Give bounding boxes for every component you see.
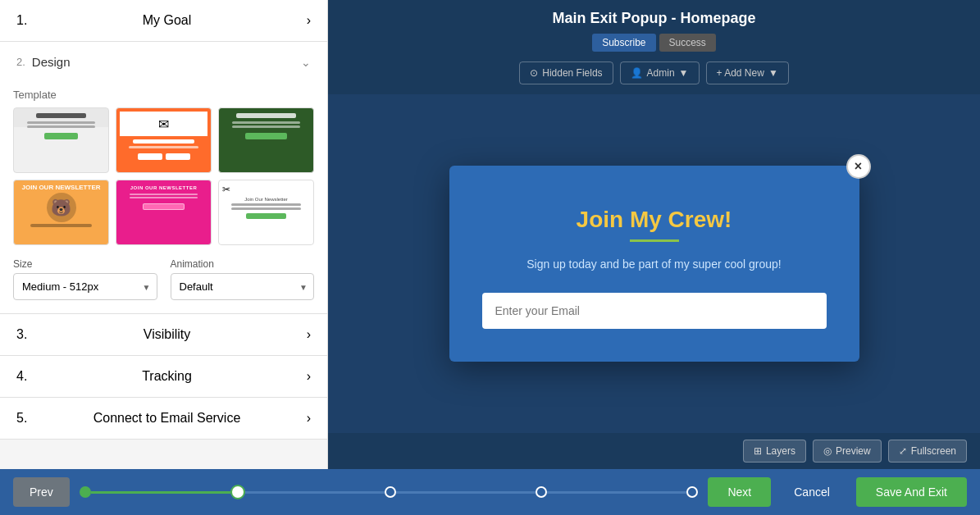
- step-3-label: Visibility: [144, 327, 191, 342]
- size-label: Size: [13, 258, 157, 270]
- add-new-label: + Add New: [717, 67, 764, 79]
- popup-preview: × Join My Crew! Sign up today and be par…: [449, 166, 859, 362]
- step-2-num: 2.: [16, 56, 25, 68]
- template-grid: ✉: [13, 107, 314, 245]
- preview-icon: ◎: [823, 445, 832, 457]
- progress-dot-1: [80, 486, 91, 498]
- add-new-dropdown-icon: ▼: [768, 67, 778, 79]
- step-2-arrow-icon: ⌄: [301, 56, 311, 69]
- prev-button[interactable]: Prev: [13, 477, 70, 507]
- template-card-1[interactable]: [13, 107, 109, 173]
- bottom-toolbar: ⊞ Layers ◎ Preview ⤢ Fullscreen: [328, 433, 980, 469]
- step-4-num: 4.: [16, 369, 27, 384]
- cancel-button[interactable]: Cancel: [781, 477, 843, 507]
- size-animation-row: Size Medium - 512px Small - 400px Large …: [13, 258, 314, 300]
- fullscreen-icon: ⤢: [899, 445, 907, 457]
- save-exit-button[interactable]: Save And Exit: [856, 477, 967, 507]
- template-5-title-text: JOIN OUR NEWSLETTER: [121, 185, 206, 190]
- email-input[interactable]: [482, 293, 827, 329]
- step-1-label: My Goal: [143, 13, 192, 28]
- sidebar-design-header[interactable]: 2. Design ⌄: [0, 42, 327, 82]
- step-1-num: 1.: [16, 13, 27, 28]
- progress-dot-4: [536, 486, 547, 498]
- progress-line-3: [396, 491, 536, 494]
- progress-line-1: [91, 491, 230, 494]
- footer-right: Cancel Save And Exit: [781, 477, 967, 507]
- progress-dot-5: [686, 486, 698, 498]
- progress-line-2: [245, 491, 385, 494]
- scissors-icon: ✂: [222, 184, 310, 195]
- preview-area: × Join My Crew! Sign up today and be par…: [328, 94, 980, 433]
- sidebar-item-tracking[interactable]: 4. Tracking ›: [0, 356, 327, 398]
- step-4-arrow-icon: ›: [307, 369, 311, 384]
- admin-button[interactable]: 👤 Admin ▼: [620, 62, 700, 84]
- layers-button[interactable]: ⊞ Layers: [743, 440, 806, 463]
- animation-label: Animation: [171, 258, 315, 270]
- page-title: Main Exit Popup - Homepage: [552, 10, 755, 27]
- step-3-num: 3.: [16, 327, 27, 342]
- tab-group: Subscribe Success: [592, 34, 716, 52]
- fullscreen-label: Fullscreen: [911, 445, 956, 457]
- template-card-3[interactable]: [218, 107, 314, 173]
- sidebar-item-email-service[interactable]: 5. Connect to Email Service ›: [0, 398, 327, 440]
- progress-dot-3: [385, 486, 396, 498]
- template-card-4[interactable]: JOIN OUR NEWSLETTER 🐻: [13, 180, 109, 245]
- size-select[interactable]: Medium - 512px Small - 400px Large - 640…: [13, 273, 157, 300]
- admin-icon: 👤: [631, 67, 643, 79]
- admin-label: Admin: [647, 67, 675, 79]
- admin-dropdown-icon: ▼: [679, 67, 689, 79]
- step-5-num: 5.: [16, 411, 27, 426]
- animation-field-group: Animation Default Fade Slide Bounce ▼: [171, 258, 315, 300]
- top-bar: Main Exit Popup - Homepage Subscribe Suc…: [328, 0, 980, 94]
- step-5-arrow-icon: ›: [307, 411, 311, 426]
- envelope-icon: ✉: [158, 116, 169, 132]
- popup-heading: Join My Crew!: [482, 207, 827, 233]
- add-new-button[interactable]: + Add New ▼: [706, 62, 789, 84]
- layers-label: Layers: [766, 445, 795, 457]
- sidebar-item-visibility[interactable]: 3. Visibility ›: [0, 314, 327, 356]
- progress-dot-2: [230, 485, 245, 499]
- tab-subscribe[interactable]: Subscribe: [592, 34, 655, 52]
- progress-bar: [80, 485, 699, 499]
- footer: Prev Next Cancel Save And Exit: [0, 469, 980, 515]
- step-3-arrow-icon: ›: [307, 327, 311, 342]
- content-area: Main Exit Popup - Homepage Subscribe Suc…: [328, 0, 980, 469]
- sidebar-item-design: 2. Design ⌄ Template: [0, 42, 327, 314]
- popup-subtext: Sign up today and be part of my super co…: [482, 255, 827, 273]
- preview-label: Preview: [836, 445, 871, 457]
- hidden-fields-label: Hidden Fields: [542, 67, 602, 79]
- preview-button[interactable]: ◎ Preview: [813, 440, 882, 463]
- toolbar: ⊙ Hidden Fields 👤 Admin ▼ + Add New ▼: [519, 62, 789, 84]
- size-select-wrapper: Medium - 512px Small - 400px Large - 640…: [13, 273, 157, 300]
- sidebar-item-my-goal[interactable]: 1. My Goal ›: [0, 0, 327, 42]
- next-button[interactable]: Next: [708, 477, 771, 507]
- animation-select[interactable]: Default Fade Slide Bounce: [171, 273, 315, 300]
- fields-icon: ⊙: [530, 67, 538, 79]
- step-5-label: Connect to Email Service: [93, 411, 241, 426]
- fullscreen-button[interactable]: ⤢ Fullscreen: [888, 440, 967, 463]
- popup-underline-decoration: [630, 239, 679, 242]
- sidebar: 1. My Goal › 2. Design ⌄ Template: [0, 0, 328, 469]
- popup-close-button[interactable]: ×: [846, 154, 871, 179]
- step-1-arrow-icon: ›: [307, 13, 311, 28]
- step-2-label: Design: [32, 55, 301, 69]
- template-card-5[interactable]: JOIN OUR NEWSLETTER: [116, 180, 212, 245]
- design-section: Template ✉: [0, 82, 327, 313]
- hidden-fields-button[interactable]: ⊙ Hidden Fields: [519, 62, 613, 84]
- template-label: Template: [13, 82, 314, 101]
- animation-select-wrapper: Default Fade Slide Bounce ▼: [171, 273, 315, 300]
- size-field-group: Size Medium - 512px Small - 400px Large …: [13, 258, 157, 300]
- template-card-6[interactable]: ✂ Join Our Newsletter: [218, 180, 314, 245]
- progress-line-4: [547, 491, 686, 494]
- layers-icon: ⊞: [754, 445, 762, 457]
- step-4-label: Tracking: [142, 369, 192, 384]
- template-card-2[interactable]: ✉: [116, 107, 212, 173]
- tab-success[interactable]: Success: [659, 34, 716, 52]
